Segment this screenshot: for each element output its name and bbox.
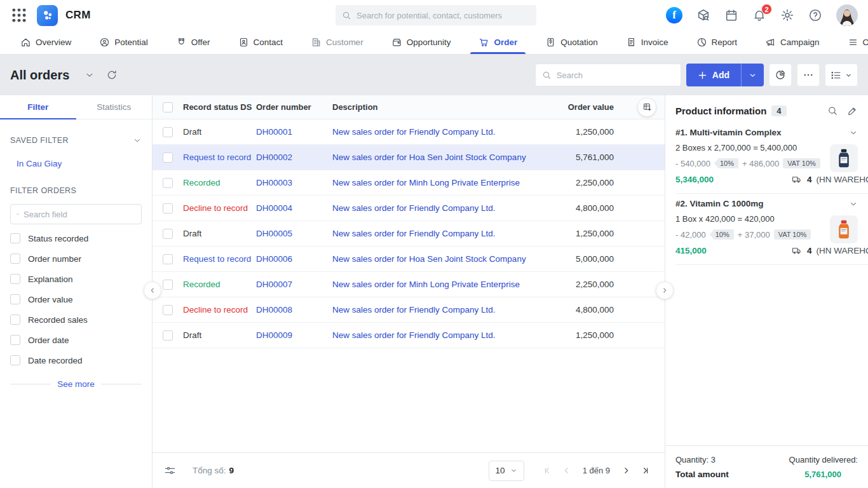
row-checkbox[interactable] [163, 305, 173, 315]
order-number-link[interactable]: DH00009 [256, 330, 332, 340]
nav-tab-offer[interactable]: Offer [168, 30, 219, 54]
order-number-link[interactable]: DH00007 [256, 280, 332, 289]
description-link[interactable]: New sales order for Hoa Sen Joint Stock … [332, 254, 540, 264]
add-dropdown-button[interactable] [741, 64, 764, 86]
see-more-link[interactable]: See more [57, 379, 95, 389]
panel-edit-icon[interactable] [847, 105, 858, 116]
nav-tab-invoice[interactable]: Invoice [618, 30, 677, 54]
row-checkbox[interactable] [163, 152, 173, 163]
settings-gear-icon[interactable] [780, 8, 794, 22]
nav-tab-report[interactable]: Report [688, 30, 746, 54]
chevron-down-icon[interactable] [849, 200, 858, 208]
prev-page-button[interactable] [559, 463, 575, 479]
filter-field-order-value[interactable]: Order value [10, 289, 142, 309]
table-row-DH00005[interactable]: DraftDH00005New sales order for Friendly… [153, 221, 665, 247]
table-row-DH00003[interactable]: RecordedDH00003New sales order for Minh … [153, 170, 665, 196]
list-search[interactable] [535, 64, 681, 86]
checkbox[interactable] [10, 274, 20, 284]
row-checkbox[interactable] [163, 229, 173, 239]
row-checkbox[interactable] [163, 178, 173, 188]
nav-tab-order[interactable]: Order [470, 30, 526, 54]
saved-filter-item[interactable]: In Cau Giay [17, 159, 142, 168]
package-search-icon[interactable] [696, 8, 710, 22]
description-link[interactable]: New sales order for Friendly Company Ltd… [332, 203, 540, 213]
description-link[interactable]: New sales order for Hoa Sen Joint Stock … [332, 152, 540, 162]
filter-field-explanation[interactable]: Explanation [10, 269, 142, 289]
next-page-button[interactable] [618, 463, 634, 479]
checkbox[interactable] [10, 294, 20, 304]
select-all-checkbox[interactable] [163, 102, 173, 112]
order-number-link[interactable]: DH00006 [256, 254, 332, 264]
nav-tab-other[interactable]: Other [839, 30, 868, 54]
first-page-button[interactable] [539, 463, 556, 479]
order-number-link[interactable]: DH00002 [256, 152, 332, 162]
table-row-DH00007[interactable]: RecordedDH00007New sales order for Minh … [153, 272, 665, 297]
chevron-down-icon[interactable] [133, 136, 142, 145]
description-link[interactable]: New sales order for Friendly Company Ltd… [332, 330, 540, 340]
column-config-button[interactable] [638, 98, 656, 116]
nav-tab-quotation[interactable]: Quotation [537, 30, 606, 54]
table-row-DH00004[interactable]: Decline to recordDH00004New sales order … [153, 196, 665, 221]
checkbox[interactable] [10, 254, 20, 264]
filter-field-order-date[interactable]: Order date [10, 330, 142, 350]
page-size-select[interactable]: 10 [489, 461, 524, 481]
table-row-DH00008[interactable]: Decline to recordDH00008New sales order … [153, 297, 665, 323]
column-header-status[interactable]: Record status DS [183, 102, 256, 112]
notifications-bell-icon[interactable]: 2 [752, 8, 766, 22]
nav-tab-customer[interactable]: Customer [302, 30, 372, 54]
filter-field-order-number[interactable]: Order number [10, 248, 142, 269]
field-search[interactable] [10, 204, 142, 224]
list-search-input[interactable] [557, 71, 674, 80]
column-header-number[interactable]: Order number [256, 102, 332, 112]
description-link[interactable]: New sales order for Friendly Company Ltd… [332, 127, 540, 137]
help-icon[interactable] [808, 8, 822, 22]
crm-logo-icon[interactable] [37, 5, 58, 26]
description-link[interactable]: New sales order for Minh Long Private En… [332, 280, 540, 289]
column-header-value[interactable]: Order value [540, 102, 614, 112]
row-checkbox[interactable] [163, 280, 173, 290]
facebook-icon[interactable]: f [666, 7, 682, 24]
column-header-description[interactable]: Description [332, 102, 540, 112]
global-search-input[interactable] [356, 11, 530, 20]
checkbox[interactable] [10, 233, 20, 243]
collapse-panel-button[interactable] [656, 281, 674, 299]
order-number-link[interactable]: DH00005 [256, 229, 332, 238]
filter-field-recorded-sales[interactable]: Recorded sales [10, 309, 142, 330]
collapse-sidebar-button[interactable] [144, 281, 161, 299]
global-search[interactable] [336, 5, 536, 25]
nav-tab-potential[interactable]: Potential [91, 30, 156, 54]
refresh-icon[interactable] [106, 69, 118, 81]
table-row-DH00006[interactable]: Request to recordDH00006New sales order … [153, 247, 665, 272]
filter-field-date-recorded[interactable]: Date recorded [10, 350, 142, 370]
chevron-down-icon[interactable] [849, 128, 858, 137]
order-number-link[interactable]: DH00008 [256, 305, 332, 315]
checkbox[interactable] [10, 315, 20, 325]
last-page-button[interactable] [637, 463, 653, 479]
description-link[interactable]: New sales order for Minh Long Private En… [332, 178, 540, 187]
description-link[interactable]: New sales order for Friendly Company Ltd… [332, 305, 540, 315]
add-button[interactable]: Add [686, 64, 741, 86]
nav-tab-contact[interactable]: Contact [230, 30, 292, 54]
checkbox[interactable] [10, 355, 20, 365]
description-link[interactable]: New sales order for Friendly Company Ltd… [332, 229, 540, 238]
filter-field-status-recorded[interactable]: Status recorded [10, 228, 142, 248]
row-checkbox[interactable] [163, 127, 173, 137]
row-checkbox[interactable] [163, 203, 173, 214]
table-row-DH00001[interactable]: DraftDH00001New sales order for Friendly… [153, 119, 665, 145]
view-mode-button[interactable] [825, 64, 858, 86]
nav-tab-overview[interactable]: Overview [12, 30, 79, 54]
table-settings-icon[interactable] [164, 464, 176, 477]
view-chevron-down-icon[interactable] [85, 70, 95, 80]
panel-search-icon[interactable] [827, 105, 838, 116]
order-number-link[interactable]: DH00001 [256, 127, 332, 137]
more-actions-button[interactable] [797, 64, 820, 86]
table-row-DH00009[interactable]: DraftDH00009New sales order for Friendly… [153, 323, 665, 348]
nav-tab-opportunity[interactable]: Opportunity [383, 30, 459, 54]
field-search-input[interactable] [24, 210, 135, 219]
chart-view-button[interactable] [769, 64, 792, 86]
order-number-link[interactable]: DH00003 [256, 178, 332, 187]
nav-tab-campaign[interactable]: Campaign [757, 30, 828, 54]
sidebar-tab-statistics[interactable]: Statistics [76, 95, 153, 119]
app-grid-icon[interactable] [10, 6, 28, 24]
sidebar-tab-filter[interactable]: Filter [0, 95, 76, 119]
